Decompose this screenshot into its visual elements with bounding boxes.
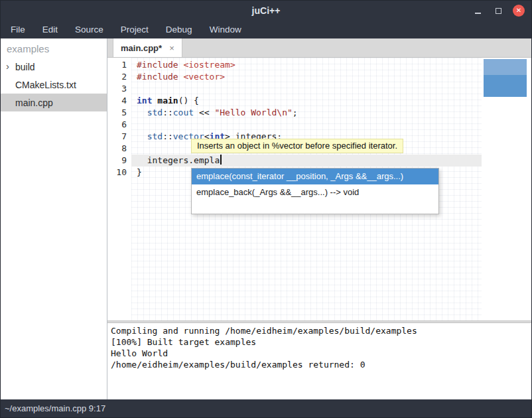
- menu-item-file[interactable]: File: [2, 21, 34, 38]
- line-number: 6: [107, 119, 131, 131]
- output-line: Hello World: [111, 348, 528, 359]
- code-line: #include <iostream>: [131, 59, 531, 71]
- line-number: 8: [107, 143, 131, 155]
- project-folder-name: examples: [1, 38, 107, 58]
- text-cursor: [220, 155, 222, 165]
- minimize-button[interactable]: [472, 5, 484, 17]
- tab-label: main.cpp*: [121, 43, 162, 53]
- status-text: ~/examples/main.cpp 9:17: [5, 403, 105, 413]
- close-icon: ✕: [516, 7, 521, 14]
- code-editor[interactable]: 12345678910 #include <iostream>#include …: [107, 58, 531, 320]
- completion-item[interactable]: emplace(const_iterator __position, _Args…: [192, 169, 438, 184]
- menu-item-project[interactable]: Project: [112, 21, 157, 38]
- chevron-right-icon: ›: [6, 60, 9, 72]
- code-lines: #include <iostream>#include <vector>int …: [131, 59, 531, 178]
- minimize-icon: [475, 13, 481, 14]
- output-line: Compiling and running /home/eidheim/exam…: [111, 325, 528, 336]
- output-line: /home/eidheim/examples/build/examples re…: [111, 359, 528, 370]
- menu-item-debug[interactable]: Debug: [157, 21, 201, 38]
- code-line: int main() {: [131, 95, 531, 107]
- code-line: integers.empla: [131, 155, 531, 167]
- code-line: [131, 119, 531, 131]
- close-button[interactable]: ✕: [513, 5, 525, 17]
- line-number: 7: [107, 131, 131, 143]
- line-number: 3: [107, 83, 131, 95]
- code-line: #include <vector>: [131, 71, 531, 83]
- menu-item-edit[interactable]: Edit: [34, 21, 66, 38]
- tree-item-label: build: [15, 62, 35, 72]
- completion-item[interactable]: emplace_back(_Args &&__args...) --> void: [192, 184, 438, 200]
- file-tree: ›buildCMakeLists.txtmain.cpp: [1, 58, 107, 111]
- completion-popup: emplace(const_iterator __position, _Args…: [191, 168, 439, 214]
- doc-tooltip: Inserts an object in %vector before spec…: [191, 139, 403, 153]
- tab-close-icon[interactable]: ×: [169, 43, 174, 53]
- tree-item-label: CMakeLists.txt: [15, 80, 76, 90]
- code-line: std::cout << "Hello World\n";: [131, 107, 531, 119]
- main-area: examples ›buildCMakeLists.txtmain.cpp ma…: [1, 38, 531, 399]
- line-number: 4: [107, 95, 131, 107]
- maximize-icon: [496, 8, 501, 14]
- maximize-button[interactable]: [492, 5, 504, 17]
- line-number: 10: [107, 167, 131, 178]
- app-window: juCi++ ✕ FileEditSourceProjectDebugWindo…: [0, 0, 532, 418]
- tree-item-label: main.cpp: [15, 98, 53, 108]
- line-number: 1: [107, 59, 131, 71]
- editor-scrollbar-thumb[interactable]: [484, 59, 527, 97]
- menu-bar: FileEditSourceProjectDebugWindow: [1, 21, 531, 38]
- sidebar-item-main-cpp[interactable]: main.cpp: [1, 94, 107, 111]
- sidebar-item-cmakelists-txt[interactable]: CMakeLists.txt: [1, 76, 107, 94]
- status-bar: ~/examples/main.cpp 9:17: [1, 399, 531, 417]
- title-bar[interactable]: juCi++ ✕: [1, 1, 531, 21]
- line-number: 5: [107, 107, 131, 119]
- line-number: 2: [107, 71, 131, 83]
- output-line: [100%] Built target examples: [111, 336, 528, 348]
- menu-item-window[interactable]: Window: [201, 21, 250, 38]
- window-title: juCi++: [252, 5, 281, 16]
- editor-column: main.cpp* × 12345678910 #include <iostre…: [107, 38, 531, 399]
- line-number: 9: [107, 155, 131, 167]
- window-controls: ✕: [472, 1, 525, 21]
- sidebar-item-build[interactable]: ›build: [1, 58, 107, 76]
- code-line: [131, 83, 531, 95]
- tab-main-cpp[interactable]: main.cpp* ×: [113, 38, 182, 57]
- tab-bar: main.cpp* ×: [107, 38, 531, 58]
- output-panel: Compiling and running /home/eidheim/exam…: [107, 323, 531, 399]
- menu-item-source[interactable]: Source: [66, 21, 112, 38]
- line-number-gutter: 12345678910: [107, 58, 131, 320]
- file-browser-sidebar: examples ›buildCMakeLists.txtmain.cpp: [1, 38, 107, 399]
